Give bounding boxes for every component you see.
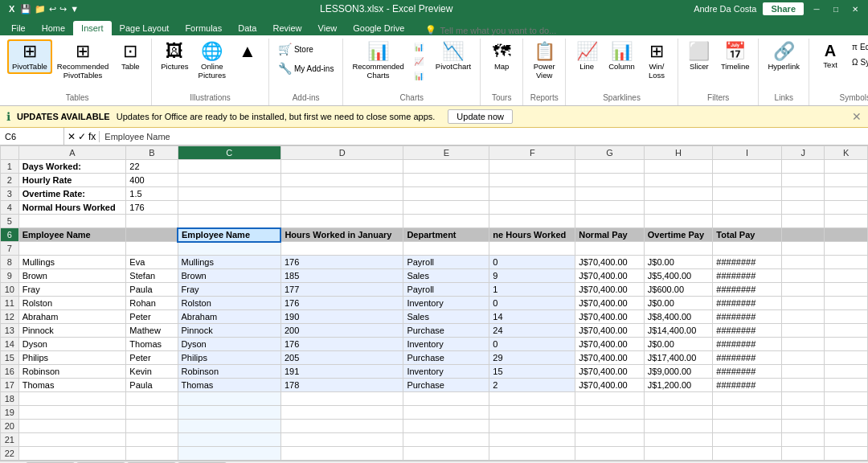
cell-H3[interactable] — [644, 187, 713, 201]
formula-input[interactable]: Employee Name — [100, 132, 868, 141]
cell-F8[interactable]: 0 — [489, 256, 575, 269]
cell-B22[interactable] — [126, 447, 178, 461]
cell-J5[interactable] — [781, 215, 824, 228]
cell-I10[interactable]: ######## — [713, 283, 782, 297]
cell-C20[interactable] — [178, 420, 280, 433]
cell-E14[interactable]: Inventory — [403, 338, 489, 351]
cell-C9[interactable]: Brown — [178, 269, 280, 283]
cell-D21[interactable] — [280, 433, 403, 447]
cell-G2[interactable] — [575, 174, 645, 187]
cell-E7[interactable] — [403, 242, 489, 256]
cell-B11[interactable]: Rohan — [126, 297, 178, 310]
cell-J7[interactable] — [781, 242, 824, 256]
cell-B20[interactable] — [126, 420, 178, 433]
cell-C2[interactable] — [178, 174, 280, 187]
cancel-formula-icon[interactable]: ✕ — [68, 131, 76, 142]
close-icon[interactable]: ✕ — [849, 2, 862, 15]
cell-B8[interactable]: Eva — [126, 256, 178, 269]
row-header-22[interactable]: 22 — [1, 447, 19, 461]
cell-J8[interactable] — [781, 256, 824, 269]
cell-G13[interactable]: J$70,400.00 — [575, 324, 645, 338]
cell-C3[interactable] — [178, 187, 280, 201]
cell-K19[interactable] — [825, 406, 868, 420]
cell-H11[interactable]: J$0.00 — [644, 297, 713, 310]
cell-H8[interactable]: J$0.00 — [644, 256, 713, 269]
col-header-A[interactable]: A — [18, 146, 126, 160]
tab-view[interactable]: View — [310, 21, 346, 35]
cell-B12[interactable]: Peter — [126, 310, 178, 324]
cell-E20[interactable] — [403, 420, 489, 433]
cell-C11[interactable]: Rolston — [178, 297, 280, 310]
cell-G9[interactable]: J$70,400.00 — [575, 269, 645, 283]
pivot-chart-button[interactable]: 📉 PivotChart — [432, 40, 475, 73]
row-header-9[interactable]: 9 — [1, 269, 19, 283]
cell-E11[interactable]: Inventory — [403, 297, 489, 310]
cell-G10[interactable]: J$70,400.00 — [575, 283, 645, 297]
cell-H20[interactable] — [644, 420, 713, 433]
cell-I7[interactable] — [713, 242, 782, 256]
hyperlink-button[interactable]: 🔗 Hyperlink — [764, 40, 804, 73]
cell-K3[interactable] — [825, 187, 868, 201]
col-header-D[interactable]: D — [280, 146, 403, 160]
cell-F21[interactable] — [489, 433, 575, 447]
minimize-icon[interactable]: ─ — [810, 2, 823, 15]
update-now-button[interactable]: Update now — [448, 109, 513, 124]
cell-G3[interactable] — [575, 187, 645, 201]
cell-K18[interactable] — [825, 392, 868, 406]
cell-K6[interactable] — [825, 228, 868, 242]
cell-J13[interactable] — [781, 324, 824, 338]
tab-google-drive[interactable]: Google Drive — [345, 21, 412, 35]
cell-F19[interactable] — [489, 406, 575, 420]
cell-F17[interactable]: 2 — [489, 379, 575, 392]
cell-B15[interactable]: Peter — [126, 351, 178, 365]
cell-G8[interactable]: J$70,400.00 — [575, 256, 645, 269]
row-header-5[interactable]: 5 — [1, 215, 19, 228]
cell-J9[interactable] — [781, 269, 824, 283]
cell-I17[interactable]: ######## — [713, 379, 782, 392]
symbol-button[interactable]: Ω Symbol — [848, 55, 868, 69]
cell-D11[interactable]: 176 — [280, 297, 403, 310]
cell-G17[interactable]: J$70,400.00 — [575, 379, 645, 392]
cell-J4[interactable] — [781, 201, 824, 215]
cell-A14[interactable]: Dyson — [18, 338, 126, 351]
cell-E17[interactable]: Purchase — [403, 379, 489, 392]
cell-H19[interactable] — [644, 406, 713, 420]
cell-C10[interactable]: Fray — [178, 283, 280, 297]
cell-F20[interactable] — [489, 420, 575, 433]
cell-E21[interactable] — [403, 433, 489, 447]
cell-E12[interactable]: Sales — [403, 310, 489, 324]
cell-E2[interactable] — [403, 174, 489, 187]
col-header-G[interactable]: G — [575, 146, 645, 160]
col-header-E[interactable]: E — [403, 146, 489, 160]
cell-E8[interactable]: Payroll — [403, 256, 489, 269]
tab-data[interactable]: Data — [230, 21, 264, 35]
cell-J1[interactable] — [781, 160, 824, 174]
cell-C16[interactable]: Robinson — [178, 365, 280, 379]
row-header-2[interactable]: 2 — [1, 174, 19, 187]
cell-C5[interactable] — [178, 215, 280, 228]
cell-H12[interactable]: J$8,400.00 — [644, 310, 713, 324]
cell-E18[interactable] — [403, 392, 489, 406]
cell-C15[interactable]: Philips — [178, 351, 280, 365]
cell-B21[interactable] — [126, 433, 178, 447]
col-header-F[interactable]: F — [489, 146, 575, 160]
pictures-button[interactable]: 🖼 Pictures — [157, 40, 192, 73]
tab-insert[interactable]: Insert — [73, 21, 112, 35]
cell-H6[interactable]: Overtime Pay — [644, 228, 713, 242]
cell-K13[interactable] — [825, 324, 868, 338]
cell-C6[interactable]: Employee Name — [178, 228, 280, 242]
cell-I1[interactable] — [713, 160, 782, 174]
cell-J10[interactable] — [781, 283, 824, 297]
cell-I8[interactable]: ######## — [713, 256, 782, 269]
row-header-17[interactable]: 17 — [1, 379, 19, 392]
quick-save-icon[interactable]: 💾 — [20, 4, 31, 14]
shapes-button[interactable]: ▲ — [231, 40, 264, 64]
cell-K22[interactable] — [825, 447, 868, 461]
cell-F10[interactable]: 1 — [489, 283, 575, 297]
cell-J3[interactable] — [781, 187, 824, 201]
cell-B10[interactable]: Paula — [126, 283, 178, 297]
row-header-3[interactable]: 3 — [1, 187, 19, 201]
cell-A1[interactable]: Days Worked: — [18, 160, 126, 174]
column-chart-button[interactable]: 📊 — [410, 69, 430, 83]
cell-C21[interactable] — [178, 433, 280, 447]
